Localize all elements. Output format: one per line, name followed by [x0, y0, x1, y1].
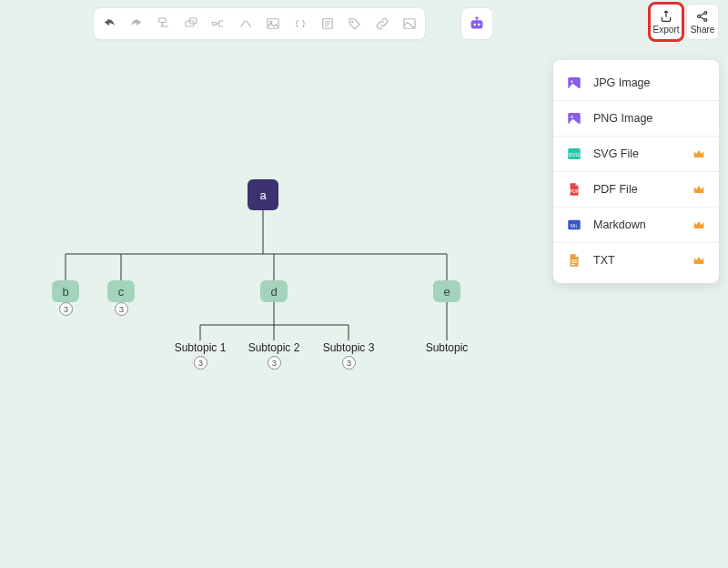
svg-point-16: [571, 80, 572, 82]
export-item-svg-file[interactable]: SVGSVG File: [553, 137, 719, 172]
toolbar: [93, 7, 426, 40]
svg-point-12: [698, 15, 701, 18]
child-node-label: c: [118, 285, 125, 299]
export-item-png-image[interactable]: PNG Image: [553, 101, 719, 137]
topright-actions: Export Share: [650, 4, 719, 40]
export-icon: [659, 9, 673, 24]
root-node[interactable]: a: [248, 179, 278, 210]
export-item-label: SVG File: [593, 147, 692, 160]
ai-assistant-button[interactable]: [460, 7, 493, 40]
leaf-subtopic-3[interactable]: Subtopic 3: [323, 341, 375, 354]
leaf-subtopic-2[interactable]: Subtopic 2: [248, 341, 300, 354]
export-menu: JPG ImagePNG ImageSVGSVG FilePDFPDF File…: [553, 60, 719, 283]
svg-text:PDF: PDF: [570, 188, 580, 194]
link-icon[interactable]: [372, 14, 392, 34]
child-node-label: d: [270, 285, 277, 299]
svg-point-13: [704, 12, 707, 15]
share-button[interactable]: Share: [686, 4, 719, 40]
robot-icon: [467, 14, 487, 34]
export-item-txt[interactable]: TXT: [553, 243, 719, 278]
svg-rect-9: [471, 20, 483, 28]
svg-rect-4: [268, 19, 278, 29]
export-item-markdown[interactable]: M↓Markdown: [553, 208, 719, 243]
leaf-subtopic-1[interactable]: Subtopic 1: [175, 341, 227, 354]
pdf-file-icon: PDF: [566, 181, 582, 198]
path-icon[interactable]: [236, 14, 256, 34]
format-icon[interactable]: [154, 14, 174, 34]
undo-icon[interactable]: [99, 14, 119, 34]
root-node-label: a: [259, 188, 266, 202]
child-node-label: b: [62, 285, 68, 299]
redo-icon[interactable]: [126, 14, 147, 34]
svg-point-7: [351, 21, 353, 23]
crown-icon: [692, 218, 706, 232]
image-icon[interactable]: [263, 14, 283, 34]
export-item-label: PNG Image: [593, 112, 706, 125]
export-item-label: JPG Image: [593, 76, 706, 89]
svg-point-10: [473, 24, 476, 26]
branch-icon[interactable]: [208, 14, 228, 34]
child-badge-b[interactable]: 3: [59, 302, 73, 316]
txt-file-icon: [566, 252, 582, 269]
svg-point-18: [571, 116, 572, 117]
tag-icon[interactable]: [345, 14, 365, 34]
md-file-icon: M↓: [566, 217, 582, 233]
svg-text:SVG: SVG: [569, 152, 581, 157]
leaf-badge-2[interactable]: 3: [268, 356, 281, 370]
leaf-badge-1[interactable]: 3: [194, 356, 207, 370]
crown-icon: [692, 182, 706, 197]
export-button[interactable]: Export: [650, 4, 682, 40]
svg-rect-0: [159, 18, 167, 23]
gallery-icon[interactable]: [399, 14, 420, 34]
image-file-icon: [566, 75, 582, 91]
share-icon: [695, 9, 710, 24]
child-node-c[interactable]: c: [107, 280, 135, 302]
svg-rect-3: [212, 23, 217, 25]
leaf-subtopic-e1[interactable]: Subtopic: [426, 341, 469, 354]
child-node-label: e: [443, 285, 450, 299]
export-item-label: PDF File: [593, 183, 692, 196]
child-node-b[interactable]: b: [52, 280, 79, 302]
svg-text:M↓: M↓: [571, 223, 578, 228]
child-badge-c[interactable]: 3: [115, 302, 128, 316]
note-icon[interactable]: [318, 14, 338, 34]
svg-point-11: [478, 24, 480, 26]
crown-icon: [692, 253, 706, 268]
export-item-pdf-file[interactable]: PDFPDF File: [553, 172, 719, 208]
export-item-jpg-image[interactable]: JPG Image: [553, 66, 719, 101]
crown-icon: [692, 147, 706, 161]
leaf-badge-3[interactable]: 3: [342, 356, 356, 370]
export-item-label: TXT: [593, 254, 692, 267]
svg-point-14: [704, 19, 707, 22]
share-label: Share: [691, 25, 715, 35]
node-shape-icon[interactable]: [181, 14, 201, 34]
child-node-e[interactable]: e: [433, 280, 460, 302]
child-node-d[interactable]: d: [260, 280, 288, 302]
export-item-label: Markdown: [593, 218, 692, 231]
image-file-icon: [566, 110, 582, 127]
svg-file-icon: SVG: [566, 146, 582, 162]
code-icon[interactable]: [290, 14, 310, 34]
export-label: Export: [653, 25, 680, 35]
